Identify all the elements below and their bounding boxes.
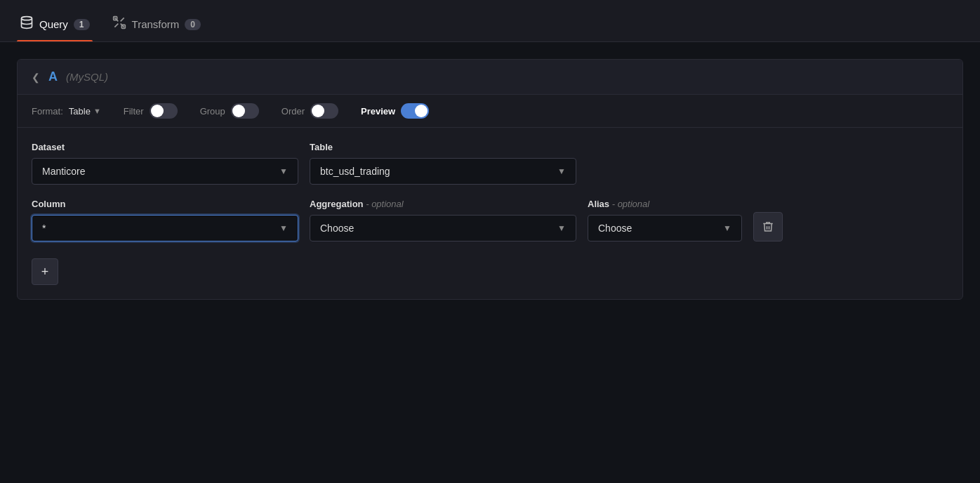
table-dropdown-arrow-icon: ▼ xyxy=(557,166,566,176)
aggregation-value: Choose xyxy=(320,223,354,234)
collapse-chevron-icon[interactable]: ❮ xyxy=(32,72,40,83)
content-area: ❮ A (MySQL) Format: Table ▼ Filter xyxy=(0,42,980,317)
delete-row-button[interactable] xyxy=(753,212,783,242)
query-block: ❮ A (MySQL) Format: Table ▼ Filter xyxy=(17,59,963,300)
alias-dropdown[interactable]: Choose ▼ xyxy=(588,215,742,242)
svg-point-0 xyxy=(22,17,32,20)
group-toggle[interactable] xyxy=(231,103,259,119)
aggregation-optional: - optional xyxy=(366,199,403,209)
dataset-field: Dataset Manticore ▼ xyxy=(32,142,298,185)
format-selector: Format: Table ▼ xyxy=(32,106,101,117)
column-label: Column xyxy=(32,199,298,209)
filter-toggle-track xyxy=(150,103,178,119)
column-field: Column * ▼ xyxy=(32,199,298,242)
tab-transform-label: Transform xyxy=(132,18,180,30)
table-dropdown[interactable]: btc_usd_trading ▼ xyxy=(310,158,576,185)
aggregation-dropdown-arrow-icon: ▼ xyxy=(557,223,566,233)
column-dropdown[interactable]: * ▼ xyxy=(32,215,298,242)
toolbar: Format: Table ▼ Filter Group xyxy=(18,95,962,128)
preview-label: Preview xyxy=(361,106,395,117)
aggregation-label: Aggregation - optional xyxy=(310,199,576,209)
column-row: Column * ▼ Aggregation - optional Choose… xyxy=(32,199,948,242)
tab-transform-badge: 0 xyxy=(185,19,201,30)
tab-bar: Query 1 Transform 0 xyxy=(0,0,980,42)
dataset-table-row: Dataset Manticore ▼ Table btc_usd_tradin… xyxy=(32,142,948,185)
order-label: Order xyxy=(282,106,305,117)
table-value: btc_usd_trading xyxy=(320,166,390,177)
format-dropdown[interactable]: Table ▼ xyxy=(69,106,101,117)
alias-optional: - optional xyxy=(612,199,649,209)
column-value: * xyxy=(42,223,46,234)
tab-transform[interactable]: Transform 0 xyxy=(110,15,204,41)
order-toggle-track xyxy=(310,103,338,119)
group-toggle-track xyxy=(231,103,259,119)
tab-query[interactable]: Query 1 xyxy=(17,15,93,41)
table-label: Table xyxy=(310,142,576,152)
format-label: Format: xyxy=(32,106,63,117)
aggregation-field: Aggregation - optional Choose ▼ xyxy=(310,199,576,242)
group-label: Group xyxy=(200,106,225,117)
alias-field: Alias - optional Choose ▼ xyxy=(588,199,742,242)
tab-query-badge: 1 xyxy=(74,19,90,30)
query-identifier: A xyxy=(48,70,58,84)
query-body: Dataset Manticore ▼ Table btc_usd_tradin… xyxy=(18,128,962,299)
add-row-section: + xyxy=(32,256,948,285)
dataset-value: Manticore xyxy=(42,166,85,177)
preview-toggle[interactable] xyxy=(401,103,429,119)
preview-toggle-thumb xyxy=(415,105,428,117)
order-toggle[interactable] xyxy=(310,103,338,119)
query-type: (MySQL) xyxy=(66,71,108,83)
transform-icon xyxy=(112,15,126,33)
alias-value: Choose xyxy=(598,223,632,234)
database-icon xyxy=(20,15,34,33)
format-value: Table xyxy=(69,106,91,117)
preview-toggle-track xyxy=(401,103,429,119)
add-icon: + xyxy=(41,265,49,279)
filter-toggle-thumb xyxy=(151,105,164,117)
dataset-label: Dataset xyxy=(32,142,298,152)
column-dropdown-arrow-icon: ▼ xyxy=(279,223,288,233)
dataset-dropdown[interactable]: Manticore ▼ xyxy=(32,158,298,185)
trash-icon xyxy=(762,220,774,233)
filter-toggle[interactable] xyxy=(150,103,178,119)
group-toggle-group: Group xyxy=(200,103,259,119)
preview-toggle-group: Preview xyxy=(361,103,429,119)
add-column-button[interactable]: + xyxy=(32,258,58,285)
dataset-dropdown-arrow-icon: ▼ xyxy=(279,166,288,176)
alias-label: Alias - optional xyxy=(588,199,742,209)
aggregation-dropdown[interactable]: Choose ▼ xyxy=(310,215,576,242)
format-dropdown-arrow-icon: ▼ xyxy=(93,107,101,115)
filter-label: Filter xyxy=(124,106,144,117)
filter-toggle-group: Filter xyxy=(124,103,178,119)
order-toggle-group: Order xyxy=(282,103,338,119)
query-header: ❮ A (MySQL) xyxy=(18,60,962,95)
tab-query-label: Query xyxy=(39,18,68,30)
alias-dropdown-arrow-icon: ▼ xyxy=(723,223,731,233)
table-field: Table btc_usd_trading ▼ xyxy=(310,142,576,185)
order-toggle-thumb xyxy=(312,105,324,117)
group-toggle-thumb xyxy=(232,105,245,117)
